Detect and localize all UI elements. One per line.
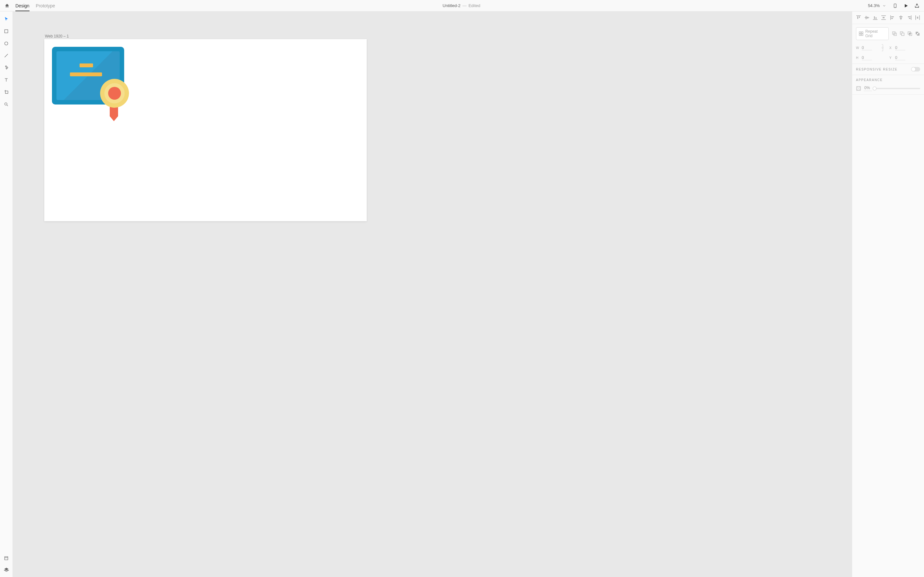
pen-tool-icon[interactable] bbox=[3, 65, 9, 71]
line-tool-icon[interactable] bbox=[3, 53, 9, 58]
distribute-v-icon[interactable] bbox=[881, 15, 886, 20]
svg-rect-49 bbox=[909, 33, 911, 34]
svg-rect-27 bbox=[890, 15, 891, 20]
width-label: w bbox=[856, 46, 860, 50]
appearance-section: APPEARANCE 0% bbox=[852, 75, 924, 95]
device-preview-icon[interactable] bbox=[892, 3, 898, 9]
repeat-grid-section: Repeat Grid w x bbox=[852, 24, 924, 64]
artboard-tool-icon[interactable] bbox=[3, 89, 9, 95]
height-field[interactable]: h bbox=[856, 55, 876, 60]
certificate-text-line bbox=[79, 63, 93, 67]
left-toolbar bbox=[0, 11, 13, 577]
height-input[interactable] bbox=[862, 55, 872, 60]
slider-thumb-icon[interactable] bbox=[873, 87, 876, 90]
boolean-subtract-icon[interactable] bbox=[900, 31, 905, 36]
play-icon[interactable] bbox=[903, 3, 909, 9]
artboard-label[interactable]: Web 1920 – 1 bbox=[45, 34, 69, 39]
align-bottom-icon[interactable] bbox=[873, 15, 878, 20]
svg-rect-33 bbox=[911, 15, 911, 20]
svg-point-5 bbox=[5, 42, 8, 45]
align-left-icon[interactable] bbox=[890, 15, 895, 20]
svg-rect-36 bbox=[915, 15, 916, 20]
opacity-icon bbox=[856, 86, 861, 91]
svg-rect-4 bbox=[5, 29, 8, 33]
svg-rect-11 bbox=[5, 556, 8, 560]
medal-inner-icon bbox=[108, 87, 121, 100]
svg-rect-17 bbox=[859, 16, 860, 18]
svg-line-6 bbox=[5, 54, 8, 57]
svg-rect-25 bbox=[881, 19, 886, 20]
tab-design[interactable]: Design bbox=[15, 0, 29, 11]
title-separator: — bbox=[462, 3, 467, 8]
layers-panel-icon[interactable] bbox=[3, 567, 9, 572]
select-tool-icon[interactable] bbox=[3, 16, 9, 22]
assets-panel-icon[interactable] bbox=[3, 555, 9, 561]
svg-marker-3 bbox=[5, 17, 8, 21]
responsive-section: RESPONSIVE RESIZE bbox=[852, 64, 924, 75]
svg-rect-21 bbox=[873, 19, 877, 20]
width-field[interactable]: w bbox=[856, 45, 876, 50]
svg-rect-46 bbox=[901, 33, 904, 35]
svg-rect-26 bbox=[883, 17, 885, 18]
boolean-intersect-icon[interactable] bbox=[907, 31, 913, 36]
svg-rect-42 bbox=[861, 34, 863, 35]
svg-rect-22 bbox=[874, 16, 875, 19]
height-label: h bbox=[856, 56, 860, 60]
share-icon[interactable] bbox=[914, 3, 920, 9]
x-field[interactable]: x bbox=[889, 45, 909, 50]
boolean-exclude-icon[interactable] bbox=[915, 31, 920, 36]
svg-rect-15 bbox=[856, 15, 861, 16]
certificate-text-line bbox=[70, 73, 102, 76]
svg-marker-14 bbox=[4, 570, 8, 572]
svg-rect-32 bbox=[900, 18, 902, 19]
mode-tabs: Design Prototype bbox=[15, 0, 55, 11]
svg-rect-35 bbox=[909, 18, 911, 19]
svg-rect-24 bbox=[881, 15, 886, 16]
svg-rect-16 bbox=[857, 16, 858, 19]
topbar-right: 54.3% bbox=[868, 3, 920, 9]
svg-rect-20 bbox=[867, 17, 868, 19]
svg-rect-23 bbox=[876, 17, 877, 19]
x-input[interactable] bbox=[895, 45, 905, 50]
width-input[interactable] bbox=[862, 45, 872, 50]
repeat-grid-button[interactable]: Repeat Grid bbox=[856, 27, 889, 40]
certificate-graphic[interactable] bbox=[52, 47, 124, 117]
svg-rect-34 bbox=[908, 16, 911, 17]
appearance-label: APPEARANCE bbox=[856, 78, 883, 82]
artboard[interactable] bbox=[44, 39, 367, 221]
align-right-icon[interactable] bbox=[907, 15, 912, 20]
svg-point-9 bbox=[5, 103, 7, 105]
y-input[interactable] bbox=[895, 55, 905, 60]
top-bar: Design Prototype Untitled-2 — Edited 54.… bbox=[0, 0, 924, 11]
ellipse-tool-icon[interactable] bbox=[3, 40, 9, 46]
svg-rect-38 bbox=[917, 17, 918, 19]
responsive-resize-label: RESPONSIVE RESIZE bbox=[856, 68, 897, 71]
doc-edited-label: Edited bbox=[468, 3, 480, 8]
zoom-control[interactable]: 54.3% bbox=[868, 3, 887, 9]
opacity-value[interactable]: 0% bbox=[864, 85, 872, 91]
responsive-resize-toggle[interactable] bbox=[911, 67, 920, 71]
doc-name: Untitled-2 bbox=[443, 3, 461, 8]
y-field[interactable]: y bbox=[889, 55, 909, 60]
svg-rect-18 bbox=[865, 17, 869, 18]
align-vcenter-icon[interactable] bbox=[864, 15, 869, 20]
tab-prototype[interactable]: Prototype bbox=[36, 0, 55, 11]
lock-aspect-icon[interactable] bbox=[881, 43, 884, 52]
zoom-tool-icon[interactable] bbox=[3, 101, 9, 107]
svg-rect-31 bbox=[899, 16, 903, 17]
svg-marker-13 bbox=[4, 568, 8, 570]
text-tool-icon[interactable] bbox=[3, 77, 9, 83]
svg-rect-28 bbox=[891, 16, 894, 17]
boolean-add-icon[interactable] bbox=[892, 31, 897, 36]
rectangle-tool-icon[interactable] bbox=[3, 28, 9, 34]
chevron-down-icon[interactable] bbox=[881, 3, 887, 9]
align-hcenter-icon[interactable] bbox=[898, 15, 903, 20]
distribute-h-icon[interactable] bbox=[915, 15, 920, 20]
align-top-icon[interactable] bbox=[856, 15, 861, 20]
svg-marker-2 bbox=[905, 4, 908, 7]
svg-rect-29 bbox=[891, 18, 893, 19]
svg-line-10 bbox=[7, 105, 8, 106]
canvas[interactable]: Web 1920 – 1 bbox=[13, 11, 852, 577]
opacity-slider[interactable] bbox=[875, 88, 920, 89]
home-icon[interactable] bbox=[4, 3, 10, 9]
